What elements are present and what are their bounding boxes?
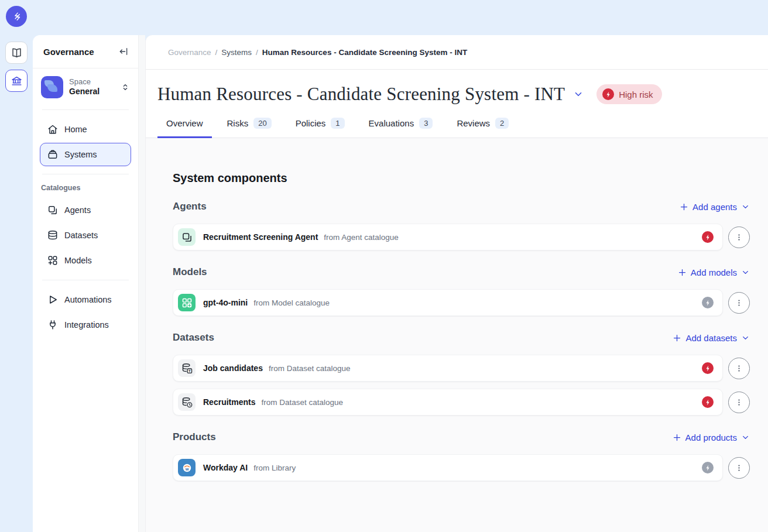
models-icon — [47, 255, 59, 266]
models-section: Models Add models — [173, 266, 750, 316]
risk-bolt-icon — [602, 88, 614, 100]
status-bolt-icon — [702, 231, 714, 243]
page-title: Human Resources - Candidate Screening Sy… — [157, 84, 565, 105]
tab-label: Policies — [296, 118, 326, 128]
product-card[interactable]: w Workday AI from Library — [173, 454, 723, 481]
space-icon — [41, 76, 63, 98]
space-selector[interactable]: Space General — [41, 76, 130, 98]
component-source: from Agent catalogue — [324, 233, 399, 242]
component-source: from Library — [253, 464, 296, 472]
title-chevron-down-icon[interactable] — [573, 89, 584, 99]
kebab-menu-icon — [735, 398, 743, 407]
holistic-ai-logo[interactable] — [6, 6, 27, 27]
sidebar-item-agents[interactable]: Agents — [40, 198, 131, 222]
dataset-card[interactable]: Recruitments from Dataset catalogue — [173, 389, 723, 416]
products-section-title: Products — [173, 431, 216, 443]
tab-label: Evaluations — [369, 118, 414, 128]
chevron-down-icon — [741, 334, 750, 342]
datasets-section-title: Datasets — [173, 332, 214, 344]
plus-icon — [673, 334, 681, 342]
row-menu-button[interactable] — [728, 358, 750, 379]
system-components-heading: System components — [173, 171, 750, 185]
status-bolt-icon — [702, 362, 714, 374]
sidebar: Governance Space General — [33, 35, 139, 532]
breadcrumb-item-systems[interactable]: Systems — [221, 48, 252, 57]
svg-text:w: w — [184, 466, 188, 472]
tab-overview[interactable]: Overview — [157, 112, 212, 138]
dataset-card[interactable]: T Job candidates from Dataset catalogue — [173, 355, 723, 382]
tab-label: Risks — [227, 118, 249, 128]
tab-reviews[interactable]: Reviews 2 — [448, 112, 517, 138]
status-bolt-icon — [702, 462, 714, 473]
collapse-left-icon[interactable] — [118, 46, 129, 57]
tab-count-badge: 20 — [253, 118, 271, 129]
library-rail-button[interactable] — [5, 42, 28, 64]
row-menu-button[interactable] — [728, 292, 750, 314]
datasets-icon — [47, 229, 59, 241]
chevron-down-icon — [741, 202, 750, 211]
risk-badge-label: High risk — [619, 90, 653, 99]
add-products-button[interactable]: Add products — [673, 433, 750, 442]
sidebar-item-label: Agents — [64, 205, 91, 215]
integrations-icon — [47, 319, 59, 331]
chevron-down-icon — [741, 433, 750, 442]
breadcrumb-item-current: Human Resources - Candidate Screening Sy… — [262, 48, 467, 57]
workday-icon: w — [178, 459, 196, 476]
sidebar-item-systems[interactable]: Systems — [40, 143, 131, 166]
tab-risks[interactable]: Risks 20 — [218, 112, 280, 138]
space-label: Space — [69, 77, 115, 87]
tab-count-badge: 2 — [495, 118, 509, 129]
kebab-menu-icon — [735, 464, 743, 472]
status-bolt-icon — [702, 297, 714, 308]
sidebar-item-home[interactable]: Home — [40, 118, 131, 141]
sidebar-item-integrations[interactable]: Integrations — [40, 313, 131, 337]
tab-count-badge: 3 — [419, 118, 433, 129]
model-grid-icon — [178, 294, 196, 311]
add-agents-button[interactable]: Add agents — [680, 202, 750, 212]
breadcrumb-separator: / — [256, 48, 258, 57]
kebab-menu-icon — [735, 233, 743, 242]
sidebar-item-automations[interactable]: Automations — [40, 288, 131, 311]
space-value: General — [69, 87, 115, 97]
sidebar-item-label: Integrations — [64, 320, 109, 330]
row-menu-button[interactable] — [728, 226, 750, 248]
row-menu-button[interactable] — [728, 392, 750, 413]
component-row: w Workday AI from Library — [173, 454, 750, 481]
home-icon — [47, 123, 59, 135]
status-bolt-icon — [702, 396, 714, 408]
divider — [42, 174, 129, 174]
sidebar-item-models[interactable]: Models — [40, 249, 131, 272]
agent-card[interactable]: Recruitment Screening Agent from Agent c… — [173, 224, 723, 250]
book-icon — [11, 47, 23, 59]
sidebar-item-datasets[interactable]: Datasets — [40, 224, 131, 247]
component-source: from Model catalogue — [253, 298, 330, 307]
sidebar-scroll-gutter[interactable] — [139, 35, 145, 532]
agent-copy-icon — [178, 228, 196, 246]
model-card[interactable]: gpt-4o-mini from Model catalogue — [173, 289, 723, 316]
plus-icon — [673, 433, 681, 442]
sidebar-item-label: Automations — [64, 295, 112, 304]
add-button-label: Add products — [685, 433, 737, 442]
kebab-menu-icon — [735, 364, 743, 373]
add-models-button[interactable]: Add models — [678, 267, 750, 277]
plus-icon — [680, 202, 688, 211]
breadcrumb-item-governance[interactable]: Governance — [168, 48, 211, 57]
add-datasets-button[interactable]: Add datasets — [673, 333, 750, 343]
sidebar-item-label: Datasets — [64, 231, 98, 240]
component-name: Job candidates — [203, 363, 263, 373]
agents-section: Agents Add agents — [173, 201, 750, 250]
bank-icon — [11, 75, 23, 87]
tab-evaluations[interactable]: Evaluations 3 — [360, 112, 442, 138]
component-row: Recruitment Screening Agent from Agent c… — [173, 224, 750, 250]
agents-icon — [47, 204, 59, 216]
tab-policies[interactable]: Policies 1 — [287, 112, 354, 138]
row-menu-button[interactable] — [728, 457, 750, 479]
component-name: gpt-4o-mini — [203, 298, 248, 307]
products-section: Products Add products — [173, 431, 750, 481]
governance-rail-button[interactable] — [5, 70, 28, 92]
overview-content: System components Agents Add agents — [146, 138, 768, 532]
main-panel: Governance / Systems / Human Resources -… — [145, 35, 768, 532]
breadcrumb-separator: / — [215, 48, 218, 57]
breadcrumb: Governance / Systems / Human Resources -… — [146, 35, 768, 70]
component-row: gpt-4o-mini from Model catalogue — [173, 289, 750, 316]
